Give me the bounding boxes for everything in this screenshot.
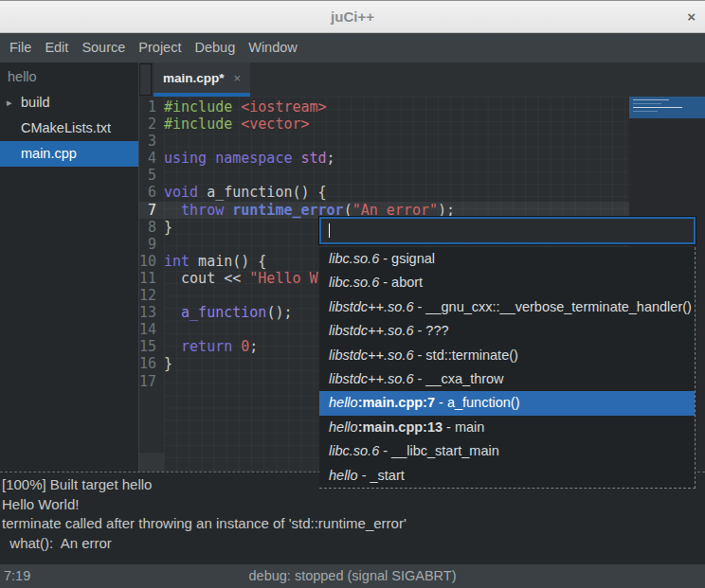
scrollbar-corner — [139, 453, 164, 472]
backtrace-module: libstdc++.so.6 — [329, 299, 413, 314]
code-token: std — [301, 150, 327, 167]
output-line: terminate called after throwing an insta… — [2, 514, 705, 534]
backtrace-module: libc.so.6 — [329, 251, 379, 266]
sidebar-item-build[interactable]: ▸build — [0, 90, 138, 116]
code-token: "An error" — [352, 202, 438, 219]
backtrace-item[interactable]: libc.so.6 - gsignal — [319, 247, 695, 271]
close-icon[interactable]: × — [687, 9, 696, 26]
backtrace-popup: libc.so.6 - gsignallibc.so.6 - abortlibs… — [319, 217, 696, 489]
code-line: throw runtime_error("An error"); — [164, 202, 455, 219]
window-title: juCi++ — [0, 9, 705, 25]
text-caret — [329, 223, 330, 238]
code-token: int — [164, 253, 190, 270]
backtrace-item[interactable]: hello:main.cpp:13 - main — [319, 416, 695, 439]
line-number: 6 — [139, 184, 156, 201]
code-token: main() { — [190, 253, 266, 270]
line-number: 9 — [139, 236, 156, 253]
backtrace-item[interactable]: libstdc++.so.6 - __cxa_throw — [319, 367, 695, 391]
menu-item-edit[interactable]: Edit — [38, 33, 75, 62]
project-name: hello — [0, 62, 138, 90]
sidebar-item-main-cpp[interactable]: main.cpp — [0, 141, 138, 167]
line-number: 3 — [139, 133, 156, 150]
line-number: 11 — [139, 270, 156, 287]
menu-item-project[interactable]: Project — [132, 33, 188, 62]
backtrace-symbol: - ??? — [413, 323, 448, 338]
tabbar: main.cpp* × — [139, 62, 705, 97]
code-token: ); — [438, 202, 455, 219]
backtrace-location: :main.cpp:13 — [358, 419, 443, 435]
minimap-code-line — [633, 111, 658, 112]
backtrace-search-input[interactable] — [319, 217, 696, 244]
tab-main-cpp[interactable]: main.cpp* × — [154, 62, 250, 97]
code-token: a_function — [181, 304, 266, 321]
menu-item-source[interactable]: Source — [75, 33, 132, 62]
code-token: #include — [164, 98, 241, 116]
backtrace-module: hello — [329, 419, 358, 435]
backtrace-module: libstdc++.so.6 — [329, 371, 413, 386]
backtrace-symbol: - __libc_start_main — [379, 443, 499, 458]
line-number: 8 — [139, 219, 156, 236]
minimap-viewport[interactable] — [629, 97, 705, 118]
backtrace-item[interactable]: hello:main.cpp:7 - a_function() — [319, 391, 695, 415]
line-number: 12 — [139, 287, 156, 304]
backtrace-item[interactable]: hello - _start — [319, 464, 695, 488]
code-token: ; — [327, 150, 335, 167]
code-token: throw — [181, 202, 232, 219]
menu-item-debug[interactable]: Debug — [188, 33, 242, 62]
menu-item-file[interactable]: File — [3, 33, 38, 62]
line-number: 2 — [139, 116, 156, 133]
code-line: #include <vector> — [164, 116, 455, 133]
backtrace-item[interactable]: libstdc++.so.6 - ??? — [319, 319, 695, 343]
code-token: ( — [344, 202, 352, 219]
tab-close-icon[interactable]: × — [234, 71, 242, 85]
code-token — [164, 304, 181, 321]
backtrace-list: libc.so.6 - gsignallibc.so.6 - abortlibs… — [319, 247, 696, 489]
code-token: <vector> — [241, 116, 309, 133]
line-number: 13 — [139, 304, 156, 321]
line-number: 15 — [139, 338, 156, 355]
statusbar: 7:19 debug: stopped (signal SIGABRT) — [0, 564, 705, 588]
code-token: void — [164, 184, 198, 201]
menu-item-window[interactable]: Window — [242, 33, 304, 62]
backtrace-symbol: - gsignal — [379, 251, 435, 266]
line-number: 17 — [139, 373, 156, 390]
code-token: 0 — [241, 338, 249, 355]
line-number: 16 — [139, 355, 156, 372]
backtrace-symbol: - a_function() — [435, 395, 519, 410]
code-token: runtime_error — [232, 202, 343, 219]
debug-status: debug: stopped (signal SIGABRT) — [0, 568, 705, 583]
output-line: what(): An error — [2, 534, 705, 554]
titlebar: juCi++ × — [0, 0, 705, 33]
expand-arrow-icon[interactable]: ▸ — [7, 90, 12, 116]
backtrace-item[interactable]: libc.so.6 - __libc_start_main — [319, 439, 695, 463]
code-token: (); — [266, 304, 292, 321]
backtrace-location: :main.cpp:7 — [358, 395, 435, 410]
code-token: using namespace — [164, 150, 301, 167]
line-number: 1 — [139, 98, 156, 116]
line-number: 4 — [139, 150, 156, 167]
code-token: } — [164, 355, 172, 372]
line-number: 7 — [139, 202, 156, 219]
sidebar-item-label: main.cpp — [21, 146, 77, 161]
line-number-gutter: 1234567891011121314151617 — [139, 98, 156, 390]
backtrace-module: libc.so.6 — [329, 275, 379, 290]
backtrace-module: hello — [329, 468, 358, 483]
code-line — [164, 133, 455, 150]
line-number: 14 — [139, 321, 156, 338]
code-line: using namespace std; — [164, 150, 455, 167]
code-token — [164, 338, 181, 355]
line-number: 10 — [139, 253, 156, 270]
backtrace-item[interactable]: libstdc++.so.6 - __gnu_cxx::__verbose_te… — [319, 295, 695, 319]
minimap-code-line — [633, 107, 682, 108]
line-number: 5 — [139, 167, 156, 184]
backtrace-item[interactable]: libstdc++.so.6 - std::terminate() — [319, 344, 695, 367]
backtrace-symbol: - _start — [358, 468, 405, 483]
code-line: void a_function() { — [164, 184, 455, 201]
code-line — [164, 167, 455, 184]
backtrace-item[interactable]: libc.so.6 - abort — [319, 271, 695, 294]
project-tree-sidebar[interactable]: hello ▸buildCMakeLists.txtmain.cpp — [0, 62, 139, 472]
code-token: "Hello W — [249, 270, 317, 287]
sidebar-item-cmakelists-txt[interactable]: CMakeLists.txt — [0, 116, 138, 141]
code-token: ; — [249, 338, 258, 355]
juci-window: juCi++ × FileEditSourceProjectDebugWindo… — [0, 0, 705, 588]
